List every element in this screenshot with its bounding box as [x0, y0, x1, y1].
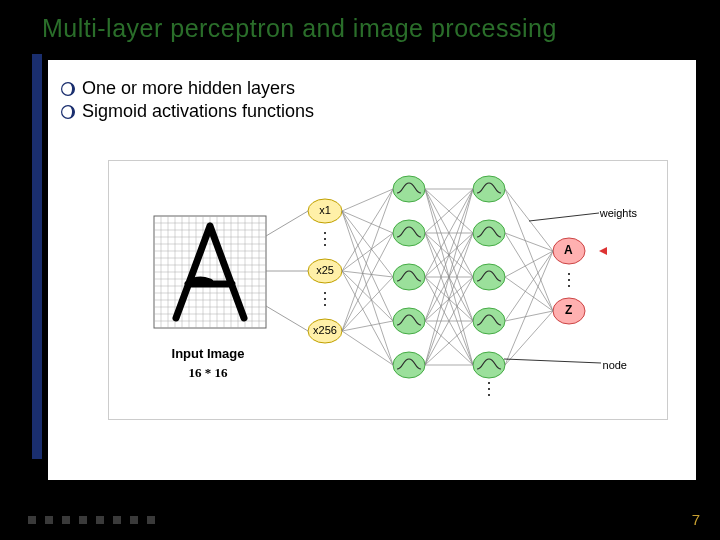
square-icon	[28, 516, 36, 524]
accent-bar	[32, 54, 42, 459]
svg-line-66	[342, 211, 393, 277]
square-icon	[113, 516, 121, 524]
svg-line-64	[342, 189, 393, 211]
svg-point-53	[488, 388, 490, 390]
svg-line-75	[342, 233, 393, 331]
svg-point-42	[393, 176, 425, 202]
square-icon	[147, 516, 155, 524]
svg-point-57	[568, 273, 570, 275]
slide-title: Multi-layer perceptron and image process…	[42, 14, 557, 43]
moon-icon	[60, 104, 76, 120]
svg-line-68	[342, 211, 393, 365]
svg-point-38	[324, 244, 326, 246]
svg-line-107	[505, 233, 553, 311]
slide: Multi-layer perceptron and image process…	[0, 0, 720, 540]
svg-point-43	[393, 220, 425, 246]
node-label: node	[603, 359, 627, 371]
svg-line-115	[504, 359, 601, 363]
x25-label: x25	[310, 264, 340, 276]
svg-line-74	[342, 189, 393, 331]
square-icon	[62, 516, 70, 524]
bullet-text: Sigmoid activations functions	[82, 101, 314, 122]
bullet-text: One or more hidden layers	[82, 78, 295, 99]
svg-line-105	[505, 189, 553, 311]
svg-point-49	[473, 264, 505, 290]
footer-decoration	[28, 516, 155, 524]
svg-point-41	[324, 304, 326, 306]
square-icon	[79, 516, 87, 524]
svg-point-48	[473, 220, 505, 246]
svg-line-113	[505, 311, 553, 365]
svg-point-52	[488, 382, 490, 384]
input-image-label: Input Image	[148, 346, 268, 361]
svg-line-112	[505, 251, 553, 365]
svg-line-114	[529, 213, 599, 221]
x256-label: x256	[310, 324, 340, 336]
svg-point-45	[393, 308, 425, 334]
svg-line-63	[266, 306, 308, 331]
svg-point-58	[568, 279, 570, 281]
bullet-item: Sigmoid activations functions	[60, 101, 684, 122]
svg-line-110	[505, 251, 553, 321]
square-icon	[130, 516, 138, 524]
square-icon	[45, 516, 53, 524]
svg-point-59	[568, 285, 570, 287]
square-icon	[96, 516, 104, 524]
svg-line-108	[505, 251, 553, 277]
svg-point-47	[473, 176, 505, 202]
content-area: One or more hidden layers Sigmoid activa…	[48, 60, 696, 480]
svg-point-44	[393, 264, 425, 290]
moon-icon	[60, 81, 76, 97]
output-a-label: A	[564, 243, 573, 257]
svg-point-39	[324, 292, 326, 294]
svg-point-50	[473, 308, 505, 334]
svg-point-37	[324, 238, 326, 240]
svg-point-40	[324, 298, 326, 300]
svg-point-51	[473, 352, 505, 378]
mlp-diagram: x1 x25 x256 A Z Input Image 16 * 16 weig…	[108, 160, 668, 420]
input-image-dim: 16 * 16	[148, 365, 268, 381]
svg-point-36	[324, 232, 326, 234]
svg-line-78	[342, 331, 393, 365]
svg-line-72	[342, 271, 393, 321]
bullet-item: One or more hidden layers	[60, 78, 684, 99]
svg-line-109	[505, 277, 553, 311]
page-number: 7	[692, 511, 700, 528]
weights-label: weights	[600, 207, 637, 219]
svg-point-54	[488, 394, 490, 396]
diagram-svg	[109, 161, 669, 421]
output-z-label: Z	[565, 303, 572, 317]
svg-line-61	[266, 211, 308, 236]
svg-point-46	[393, 352, 425, 378]
x1-label: x1	[310, 204, 340, 216]
svg-marker-60	[599, 247, 607, 255]
svg-line-71	[342, 271, 393, 277]
